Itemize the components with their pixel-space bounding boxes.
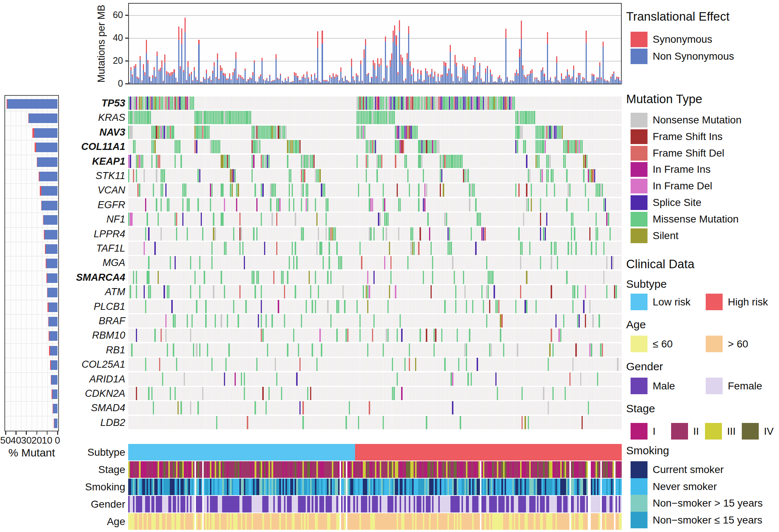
oncoprint-cell	[372, 329, 373, 342]
oncoprint-cell	[327, 198, 328, 211]
tmb-bar-synonymous-segment	[208, 78, 209, 79]
oncoprint-cell	[236, 183, 237, 197]
oncoprint-cell	[583, 300, 584, 313]
oncoprint-cell	[407, 256, 408, 269]
oncoprint-cell	[141, 97, 142, 110]
oncoprint-cell	[293, 329, 294, 342]
tmb-bar	[457, 76, 459, 84]
tmb-bar-synonymous-segment	[596, 77, 597, 78]
tmb-bar	[582, 77, 583, 84]
tmb-bar	[232, 72, 234, 84]
oncoprint-cell	[575, 242, 576, 255]
oncoprint-cell	[167, 97, 168, 110]
oncoprint-cell	[164, 169, 165, 182]
oncoprint-cell	[330, 227, 331, 241]
tmb-bar	[505, 29, 506, 84]
oncoprint-cell	[267, 155, 268, 168]
tmb-bar	[132, 74, 133, 84]
tmb-bar-synonymous-segment	[266, 78, 267, 79]
tmb-bar-synonymous-segment	[499, 75, 500, 78]
tmb-bar	[246, 81, 247, 84]
oncoprint-cell	[554, 242, 555, 255]
oncoprint-cell	[524, 111, 526, 124]
tmb-bar	[277, 78, 278, 84]
tmb-bar	[151, 81, 152, 84]
oncoprint-cell	[449, 97, 450, 110]
oncoprint-cell	[440, 97, 441, 110]
smoking-track-cell	[586, 479, 588, 495]
tmb-bar	[323, 80, 324, 84]
oncoprint-cell	[252, 271, 253, 284]
oncoprint-cell	[296, 372, 297, 386]
tmb-bar-synonymous-segment	[255, 81, 256, 81]
tmb-bar-synonymous-segment	[544, 74, 545, 76]
oncoprint-cell	[566, 140, 567, 153]
oncoprint-cell	[315, 169, 316, 182]
tmb-bar	[499, 75, 500, 84]
oncoprint-cell	[359, 97, 361, 110]
tmb-bar-synonymous-segment	[305, 78, 306, 79]
tmb-bar-synonymous-segment	[567, 69, 568, 71]
tmb-bar	[545, 80, 547, 84]
oncoprint-cell	[475, 198, 476, 211]
tmb-bar	[604, 79, 605, 84]
tmb-bar	[325, 80, 326, 84]
tmb-bar-synonymous-segment	[462, 64, 463, 66]
oncoprint-cell	[159, 358, 160, 371]
oncoprint-cell	[381, 155, 382, 168]
oncoprint-cell	[515, 183, 516, 197]
stage-track-cell	[620, 461, 622, 478]
oncoprint-cell	[147, 271, 148, 284]
tmb-bar-synonymous-segment	[464, 66, 465, 70]
oncoprint-cell	[179, 140, 180, 153]
oncoprint-cell	[500, 329, 501, 342]
oncoprint-cell	[333, 227, 334, 241]
oncoprint-cell	[239, 285, 241, 298]
oncoprint-cell	[332, 227, 333, 241]
oncoprint-cell	[583, 169, 584, 182]
tmb-bar-synonymous-segment	[232, 72, 234, 75]
oncoprint-cell	[304, 155, 305, 168]
tmb-bar	[180, 66, 181, 84]
oncoprint-cell	[537, 155, 538, 168]
oncoprint-cell	[312, 155, 313, 168]
oncoprint-cell	[498, 97, 499, 110]
oncoprint-cell	[261, 183, 262, 197]
oncoprint-cell	[477, 97, 478, 110]
oncoprint-cell	[602, 343, 603, 357]
oncoprint-cell	[401, 126, 402, 139]
tmb-bar-synonymous-segment	[329, 75, 330, 77]
oncoprint-cell	[170, 97, 171, 110]
oncoprint-cell	[190, 97, 191, 110]
tmb-bar	[299, 80, 300, 84]
tmb-bar-synonymous-segment	[572, 77, 573, 78]
oncoprint-cell	[306, 300, 307, 313]
oncoprint-cell	[488, 285, 489, 298]
oncoprint-cell	[173, 126, 174, 139]
tmb-bar-synonymous-segment	[385, 36, 386, 41]
tmb-bar	[595, 80, 596, 84]
legend-smoking-current-smoker-swatch	[631, 461, 648, 478]
oncoprint-cell	[224, 111, 225, 124]
oncoprint-cell	[546, 183, 547, 197]
oncoprint-cell	[444, 358, 445, 371]
tmb-bar-synonymous-segment	[352, 76, 354, 78]
oncoprint-cell	[190, 401, 191, 414]
oncoprint-cell	[301, 314, 302, 328]
tmb-bar	[380, 58, 382, 84]
oncoprint-cell	[211, 358, 213, 371]
tmb-bar-synonymous-segment	[419, 79, 420, 80]
oncoprint-cell	[552, 387, 554, 400]
oncoprint-cell	[478, 213, 480, 226]
oncoprint-cell	[455, 155, 456, 168]
tmb-bar	[558, 80, 559, 84]
oncoprint-cell	[537, 140, 538, 153]
tmb-bar	[455, 55, 456, 84]
oncoprint-cell	[175, 97, 176, 110]
oncoprint-cell	[375, 111, 376, 124]
tmb-bar	[195, 77, 196, 84]
tmb-bar-synonymous-segment	[610, 77, 611, 78]
oncoprint-cell	[450, 97, 452, 110]
oncoprint-cell	[404, 358, 406, 371]
oncoprint-cell	[400, 198, 401, 211]
